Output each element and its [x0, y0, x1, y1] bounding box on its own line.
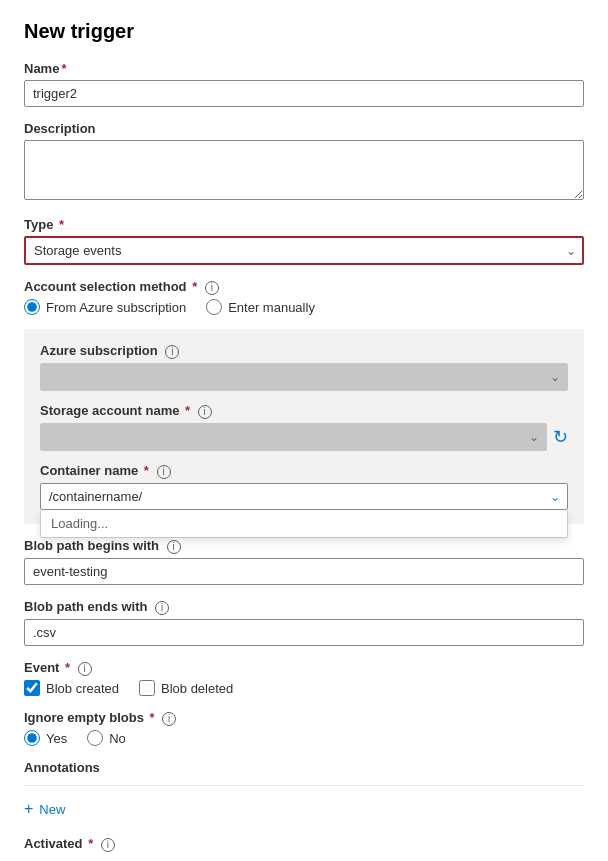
azure-subscription-label: Azure subscription i: [40, 343, 568, 359]
blob-path-ends-info-icon: i: [155, 601, 169, 615]
no-label: No: [109, 731, 126, 746]
storage-account-select-with-refresh: ⌄ ↻: [40, 423, 568, 451]
blob-path-begins-info-icon: i: [167, 540, 181, 554]
blob-created-label: Blob created: [46, 681, 119, 696]
activated-info-icon: i: [101, 838, 115, 852]
no-radio[interactable]: [87, 730, 103, 746]
container-name-info-icon: i: [157, 465, 171, 479]
blob-deleted-label: Blob deleted: [161, 681, 233, 696]
from-azure-radio[interactable]: [24, 299, 40, 315]
description-field-group: Description: [24, 121, 584, 203]
account-selection-info-icon: i: [205, 281, 219, 295]
from-azure-radio-label[interactable]: From Azure subscription: [24, 299, 186, 315]
type-label: Type *: [24, 217, 584, 232]
type-select-wrapper: Storage events ⌄: [24, 236, 584, 265]
container-dropdown-list: Loading...: [40, 510, 568, 538]
subscription-panel: Azure subscription i ⌄ Storage account n…: [24, 329, 584, 524]
annotations-label: Annotations: [24, 760, 584, 775]
type-field-group: Type * Storage events ⌄: [24, 217, 584, 265]
annotations-divider: [24, 785, 584, 786]
event-checkbox-group: Blob created Blob deleted: [24, 680, 584, 696]
blob-path-begins-label: Blob path begins with i: [24, 538, 584, 554]
account-selection-label: Account selection method * i: [24, 279, 584, 295]
storage-account-label: Storage account name * i: [40, 403, 568, 419]
container-name-label: Container name * i: [40, 463, 568, 479]
account-selection-field-group: Account selection method * i From Azure …: [24, 279, 584, 315]
annotations-field-group: Annotations + New: [24, 760, 584, 822]
add-new-label: New: [39, 802, 65, 817]
ignore-empty-radio-group: Yes No: [24, 730, 584, 746]
refresh-icon[interactable]: ↻: [553, 426, 568, 448]
plus-icon: +: [24, 800, 33, 818]
blob-created-checkbox-label[interactable]: Blob created: [24, 680, 119, 696]
storage-account-info-icon: i: [198, 405, 212, 419]
name-label: Name*: [24, 61, 584, 76]
event-label: Event * i: [24, 660, 584, 676]
container-input-wrapper: ⌄ Loading...: [40, 483, 568, 510]
description-input[interactable]: [24, 140, 584, 200]
container-name-input[interactable]: [40, 483, 568, 510]
ignore-empty-label: Ignore empty blobs * i: [24, 710, 584, 726]
yes-radio-label[interactable]: Yes: [24, 730, 67, 746]
blob-created-checkbox[interactable]: [24, 680, 40, 696]
container-loading-text: Loading...: [51, 516, 108, 531]
name-field-group: Name*: [24, 61, 584, 107]
ignore-empty-info-icon: i: [162, 712, 176, 726]
from-azure-label: From Azure subscription: [46, 300, 186, 315]
event-field-group: Event * i Blob created Blob deleted: [24, 660, 584, 696]
page-title: New trigger: [24, 20, 584, 43]
container-name-field-group: Container name * i ⌄ Loading...: [40, 463, 568, 510]
event-info-icon: i: [78, 662, 92, 676]
storage-account-field-group: Storage account name * i ⌄ ↻: [40, 403, 568, 451]
activated-label: Activated * i: [24, 836, 584, 852]
blob-path-ends-field-group: Blob path ends with i: [24, 599, 584, 646]
enter-manually-radio[interactable]: [206, 299, 222, 315]
ignore-empty-field-group: Ignore empty blobs * i Yes No: [24, 710, 584, 746]
type-select[interactable]: Storage events: [24, 236, 584, 265]
account-selection-radio-group: From Azure subscription Enter manually: [24, 299, 584, 315]
activated-field-group: Activated * i: [24, 836, 584, 852]
blob-path-ends-input[interactable]: [24, 619, 584, 646]
blob-path-ends-label: Blob path ends with i: [24, 599, 584, 615]
yes-label: Yes: [46, 731, 67, 746]
azure-subscription-select-wrapper: ⌄: [40, 363, 568, 391]
description-label: Description: [24, 121, 584, 136]
azure-subscription-field-group: Azure subscription i ⌄: [40, 343, 568, 391]
storage-account-value: [40, 423, 547, 451]
blob-deleted-checkbox[interactable]: [139, 680, 155, 696]
blob-path-begins-input[interactable]: [24, 558, 584, 585]
azure-subscription-value: [40, 363, 568, 391]
azure-subscription-info-icon: i: [165, 345, 179, 359]
enter-manually-label: Enter manually: [228, 300, 315, 315]
enter-manually-radio-label[interactable]: Enter manually: [206, 299, 315, 315]
blob-path-begins-field-group: Blob path begins with i: [24, 538, 584, 585]
name-input[interactable]: [24, 80, 584, 107]
yes-radio[interactable]: [24, 730, 40, 746]
blob-deleted-checkbox-label[interactable]: Blob deleted: [139, 680, 233, 696]
add-new-button[interactable]: + New: [24, 796, 65, 822]
no-radio-label[interactable]: No: [87, 730, 126, 746]
storage-account-select-wrapper: ⌄: [40, 423, 547, 451]
